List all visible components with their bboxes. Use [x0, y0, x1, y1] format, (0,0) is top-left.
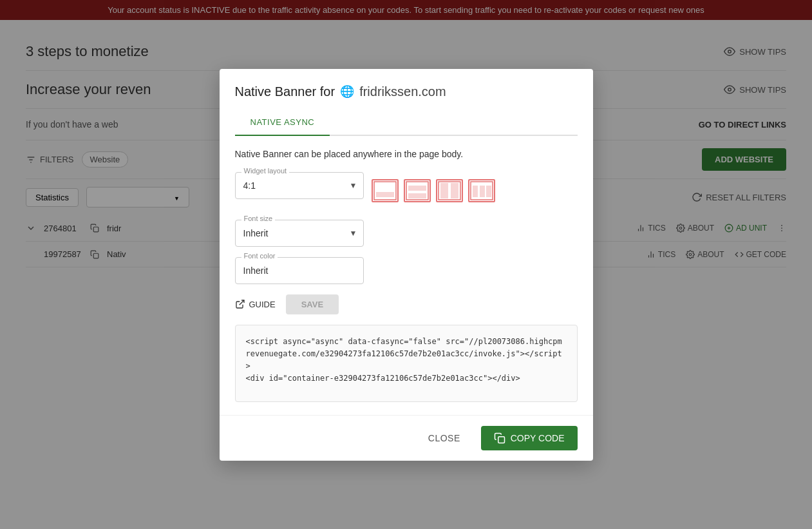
- svg-rect-25: [408, 193, 426, 198]
- font-color-input[interactable]: [235, 257, 364, 284]
- globe-icon: 🌐: [340, 84, 354, 99]
- svg-rect-24: [408, 186, 426, 191]
- tab-native-async[interactable]: NATIVE ASYNC: [235, 110, 330, 136]
- svg-line-33: [239, 300, 243, 305]
- font-color-label: Font color: [241, 252, 278, 260]
- layout-svg-3: [437, 180, 462, 201]
- copy-code-icon: [494, 432, 505, 444]
- widget-layout-row: Widget layout 4:1 ▼: [235, 172, 578, 209]
- layout-icon-4[interactable]: [468, 179, 495, 202]
- widget-layout-select-wrapper: 4:1 ▼: [235, 172, 364, 199]
- modal-footer: CLOSE COPY CODE: [220, 415, 593, 461]
- copy-code-label: COPY CODE: [511, 433, 565, 443]
- layout-svg-4: [469, 180, 494, 201]
- guide-button[interactable]: GUIDE: [235, 299, 276, 309]
- guide-label: GUIDE: [249, 300, 276, 309]
- svg-rect-34: [498, 436, 504, 443]
- modal-domain: fridrikssen.com: [359, 84, 446, 99]
- layout-icon-1[interactable]: [372, 179, 399, 202]
- svg-rect-30: [473, 186, 478, 197]
- native-banner-modal: Native Banner for 🌐 fridrikssen.com NATI…: [220, 69, 593, 461]
- action-row: GUIDE SAVE: [235, 294, 578, 314]
- modal-tabs: NATIVE ASYNC: [235, 110, 578, 136]
- svg-rect-31: [480, 186, 485, 197]
- modal-title: Native Banner for 🌐 fridrikssen.com: [235, 84, 578, 99]
- font-size-label: Font size: [241, 215, 276, 222]
- widget-layout-label: Widget layout: [241, 167, 290, 175]
- modal-body: Native Banner can be placed anywhere in …: [220, 136, 593, 415]
- svg-rect-32: [486, 186, 491, 197]
- modal-description: Native Banner can be placed anywhere in …: [235, 149, 578, 159]
- layout-svg-2: [405, 180, 430, 201]
- widget-layout-select[interactable]: 4:1: [235, 172, 364, 199]
- layout-svg-1: [373, 180, 397, 201]
- layout-icon-3[interactable]: [436, 179, 463, 202]
- modal-overlay: Native Banner for 🌐 fridrikssen.com NATI…: [0, 0, 812, 529]
- modal-title-text: Native Banner for: [235, 84, 335, 99]
- layout-icons: [372, 179, 495, 202]
- external-link-icon: [235, 299, 245, 309]
- layout-icon-2[interactable]: [404, 179, 431, 202]
- font-size-group: Font size Inherit ▼: [235, 220, 578, 247]
- svg-rect-28: [451, 183, 458, 198]
- modal-header: Native Banner for 🌐 fridrikssen.com NATI…: [220, 69, 593, 136]
- svg-rect-27: [440, 183, 448, 198]
- font-color-group: Font color: [235, 257, 578, 284]
- close-button[interactable]: CLOSE: [418, 428, 471, 448]
- widget-layout-group: Widget layout 4:1 ▼: [235, 172, 364, 199]
- code-snippet[interactable]: <script async="async" data-cfasync="fals…: [235, 325, 578, 402]
- font-size-select[interactable]: Inherit: [235, 220, 364, 247]
- svg-rect-22: [376, 192, 394, 197]
- font-size-select-wrapper: Inherit ▼: [235, 220, 364, 247]
- save-button[interactable]: SAVE: [286, 294, 339, 314]
- copy-code-button[interactable]: COPY CODE: [481, 426, 578, 450]
